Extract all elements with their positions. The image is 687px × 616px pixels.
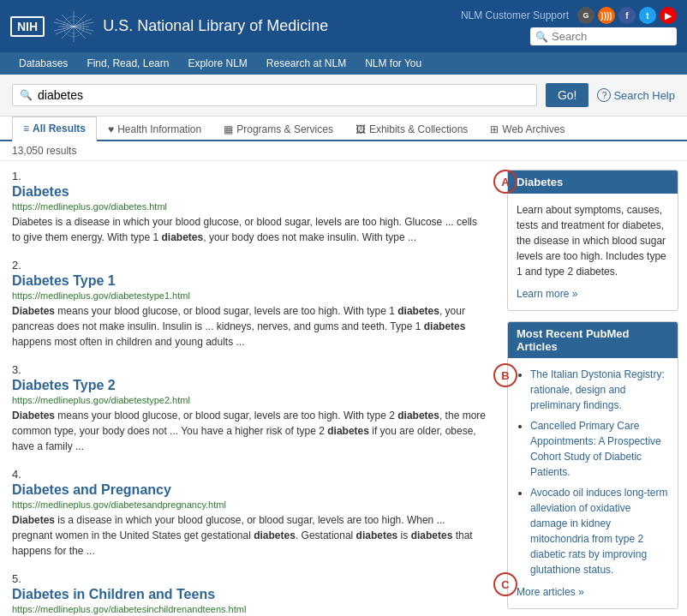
tab-health-icon: ♥ (108, 123, 114, 135)
result-number: 2. (12, 259, 21, 272)
social-icons: G )))) f t ▶ (577, 7, 677, 24)
results-list: 1. Diabetes https://medlineplus.gov/diab… (0, 161, 499, 616)
result-url-5: https://medlineplus.gov/diabetesinchildr… (12, 604, 487, 614)
circle-b-label: B (493, 363, 517, 387)
circle-c-label: C (493, 572, 517, 596)
sidebar: Diabetes Learn about symptoms, causes, t… (499, 161, 687, 616)
tab-web-archives[interactable]: ⊞ Web Archives (479, 117, 576, 141)
result-number: 3. (12, 363, 21, 376)
tab-exhibits[interactable]: 🖼 Exhibits & Collections (344, 117, 479, 141)
result-title-5[interactable]: Diabetes in Children and Teens (12, 587, 487, 602)
result-desc-1: Diabetes is a disease in which your bloo… (12, 214, 487, 245)
facebook-icon[interactable]: f (618, 7, 636, 24)
result-number: 5. (12, 572, 21, 585)
result-desc-4: Diabetes is a disease in which your bloo… (12, 512, 487, 559)
result-desc-2: Diabetes means your blood glucose, or bl… (12, 303, 487, 350)
result-item-1: 1. Diabetes https://medlineplus.gov/diab… (12, 170, 487, 245)
result-url-1: https://medlineplus.gov/diabetes.html (12, 201, 487, 212)
sidebar-pubmed-body: The Italian Dystonia Registry: rationale… (508, 358, 678, 608)
result-number: 1. (12, 170, 21, 182)
result-title-3[interactable]: Diabetes Type 2 (12, 378, 487, 393)
header-right: NLM Customer Support G )))) f t ▶ 🔍 (461, 7, 677, 45)
result-url-3: https://medlineplus.gov/diabetestype2.ht… (12, 395, 487, 405)
tab-exhibits-icon: 🖼 (355, 123, 366, 135)
main-search-input[interactable] (38, 88, 529, 102)
pubmed-article-2[interactable]: Cancelled Primary Care Appointments: A P… (530, 420, 661, 478)
sidebar-learn-more-link[interactable]: Learn more » (517, 288, 577, 300)
gov-icon[interactable]: G (577, 7, 594, 24)
result-title-2[interactable]: Diabetes Type 1 (12, 273, 487, 289)
list-item: Cancelled Primary Care Appointments: A P… (530, 418, 669, 480)
youtube-icon[interactable]: ▶ (660, 7, 677, 24)
starburst-icon (53, 10, 94, 43)
result-url-2: https://medlineplus.gov/diabetestype1.ht… (12, 290, 487, 301)
pubmed-more-link[interactable]: More articles » (517, 586, 584, 598)
tab-all-results[interactable]: ≡ All Results (12, 117, 97, 141)
twitter-icon[interactable]: t (639, 7, 656, 24)
pubmed-article-1[interactable]: The Italian Dystonia Registry: rationale… (530, 368, 665, 411)
result-item-3: 3. Diabetes Type 2 https://medlineplus.g… (12, 363, 487, 454)
site-title: U.S. National Library of Medicine (103, 17, 328, 35)
result-item-2: 2. Diabetes Type 1 https://medlineplus.g… (12, 259, 487, 350)
sidebar-info-body: Learn about symptoms, causes, tests and … (508, 194, 678, 310)
rss-icon[interactable]: )))) (598, 7, 615, 24)
sidebar-pubmed-card: Most Recent PubMed Articles The Italian … (507, 321, 678, 609)
list-item: The Italian Dystonia Registry: rationale… (530, 367, 669, 413)
result-title-4[interactable]: Diabetes and Pregnancy (12, 482, 487, 498)
customer-support-label: NLM Customer Support (461, 9, 569, 21)
nav-find-read-learn[interactable]: Find, Read, Learn (78, 52, 177, 75)
header-left: NIH U.S. National Library of Medicine (10, 10, 328, 43)
header-search-box[interactable]: 🔍 (530, 27, 677, 45)
tab-all-results-icon: ≡ (23, 123, 29, 135)
result-item-5: 5. Diabetes in Children and Teens https:… (12, 572, 487, 616)
search-area: 🔍 Go! Search Help (0, 75, 687, 117)
nav-explore-nlm[interactable]: Explore NLM (179, 52, 255, 75)
site-header: NIH U.S. National Library of Medicine NL… (0, 0, 687, 52)
main-content: 1. Diabetes https://medlineplus.gov/diab… (0, 161, 687, 616)
tab-programs-icon: ▦ (224, 123, 233, 135)
nav-bar: Databases Find, Read, Learn Explore NLM … (0, 52, 687, 75)
sidebar-info-card: Diabetes Learn about symptoms, causes, t… (507, 170, 678, 311)
tab-health-information[interactable]: ♥ Health Information (97, 117, 212, 141)
list-item: Avocado oil induces long-term alleviatio… (530, 485, 669, 577)
nih-logo: NIH (10, 16, 45, 37)
circle-a-label: A (493, 170, 517, 194)
nav-nlm-for-you[interactable]: NLM for You (356, 52, 430, 75)
go-button[interactable]: Go! (546, 83, 589, 107)
nav-databases[interactable]: Databases (10, 52, 76, 75)
tab-programs-services[interactable]: ▦ Programs & Services (212, 117, 344, 141)
sidebar-pubmed-list: The Italian Dystonia Registry: rationale… (517, 367, 669, 577)
results-count: 13,050 results (0, 141, 687, 161)
result-item-4: 4. Diabetes and Pregnancy https://medlin… (12, 468, 487, 559)
header-search-icon: 🔍 (535, 31, 548, 43)
sidebar-info-text: Learn about symptoms, causes, tests and … (517, 202, 669, 279)
result-url-4: https://medlineplus.gov/diabetesandpregn… (12, 499, 487, 510)
search-icon: 🔍 (20, 89, 33, 101)
sidebar-pubmed-title: Most Recent PubMed Articles (508, 322, 678, 358)
result-number: 4. (12, 468, 21, 481)
nav-research[interactable]: Research at NLM (258, 52, 355, 75)
result-title-1[interactable]: Diabetes (12, 184, 487, 200)
sidebar-info-title: Diabetes (508, 170, 678, 194)
tab-archives-icon: ⊞ (490, 123, 499, 135)
main-search-box[interactable]: 🔍 (12, 84, 537, 106)
result-tabs: ≡ All Results ♥ Health Information ▦ Pro… (0, 117, 687, 141)
result-desc-3: Diabetes means your blood glucose, or bl… (12, 408, 487, 454)
pubmed-article-3[interactable]: Avocado oil induces long-term alleviatio… (530, 487, 668, 576)
header-search-input[interactable] (552, 30, 672, 43)
search-help-link[interactable]: Search Help (597, 88, 675, 102)
